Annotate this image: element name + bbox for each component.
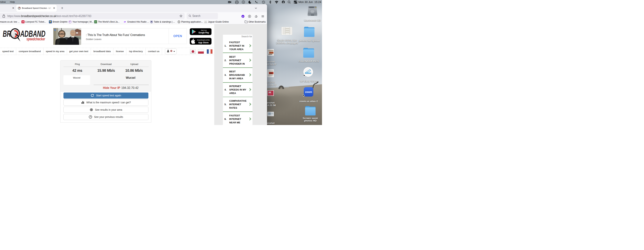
- svg-text:Download at the: Download at the: [197, 39, 210, 41]
- svg-text:Google Play: Google Play: [198, 31, 209, 34]
- svg-text:zoom: zoom: [305, 91, 312, 93]
- svg-text:y!: y!: [242, 15, 244, 17]
- svg-text:App Store: App Store: [198, 41, 208, 44]
- svg-text:BR: BR: [3, 29, 11, 38]
- svg-text:JAGUAR: JAGUAR: [204, 22, 207, 23]
- svg-text:speedchecker: speedchecker: [26, 36, 45, 41]
- svg-text:L.F.C.: L.F.C.: [22, 22, 24, 23]
- svg-text:BT: BT: [69, 21, 71, 22]
- svg-text:Get it on: Get it on: [201, 29, 207, 31]
- svg-text:JEO: JEO: [94, 21, 97, 22]
- svg-text:B: B: [228, 1, 230, 3]
